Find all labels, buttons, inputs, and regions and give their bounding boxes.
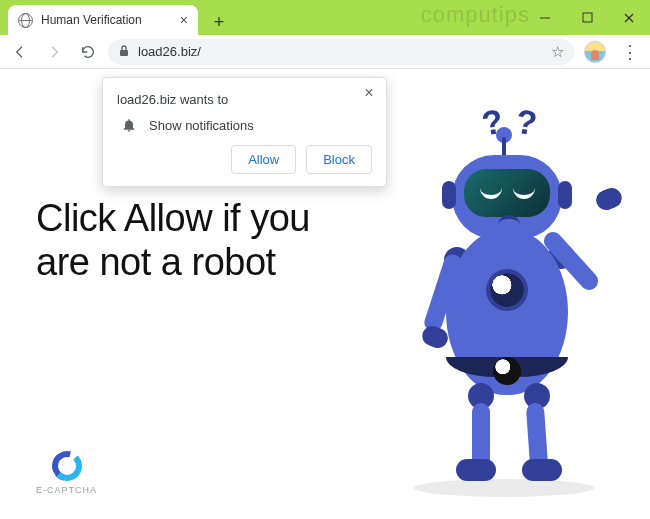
globe-icon [18,13,33,28]
forward-button[interactable] [40,38,68,66]
captcha-logo-icon [52,451,82,481]
back-button[interactable] [6,38,34,66]
watermark-text: computips [421,2,530,28]
tab-title: Human Verification [41,13,142,27]
browser-tab[interactable]: Human Verification × [8,5,198,35]
svg-rect-1 [583,13,592,22]
notification-permission-popup: × load26.biz wants to Show notifications… [102,77,387,187]
robot-illustration: ? ? [374,103,624,503]
browser-titlebar: computips Human Verification × + [0,0,650,35]
captcha-logo-block: E-CAPTCHA [36,451,97,495]
browser-menu-button[interactable]: ⋮ [616,38,644,66]
popup-actions: Allow Block [117,145,372,174]
block-button[interactable]: Block [306,145,372,174]
window-minimize-button[interactable] [524,0,566,35]
permission-row: Show notifications [117,115,372,145]
address-bar[interactable]: load26.biz/ ☆ [108,39,574,65]
bookmark-star-icon[interactable]: ☆ [551,43,564,61]
captcha-label: E-CAPTCHA [36,485,97,495]
window-maximize-button[interactable] [566,0,608,35]
address-url: load26.biz/ [138,44,543,59]
window-controls [524,0,650,35]
profile-avatar[interactable] [584,41,606,63]
page-headline: Click Allow if you are not a robot [36,197,316,284]
bell-icon [121,117,137,133]
new-tab-button[interactable]: + [206,9,232,35]
allow-button[interactable]: Allow [231,145,296,174]
tab-close-icon[interactable]: × [180,13,188,27]
lock-icon [118,44,130,60]
svg-rect-4 [120,50,128,56]
page-content: Click Allow if you are not a robot E-CAP… [0,69,650,519]
reload-button[interactable] [74,38,102,66]
browser-toolbar: load26.biz/ ☆ ⋮ [0,35,650,69]
popup-origin-text: load26.biz wants to [117,92,372,107]
popup-close-button[interactable]: × [358,82,380,104]
window-close-button[interactable] [608,0,650,35]
question-mark-icon: ? [513,102,539,144]
permission-label: Show notifications [149,118,254,133]
